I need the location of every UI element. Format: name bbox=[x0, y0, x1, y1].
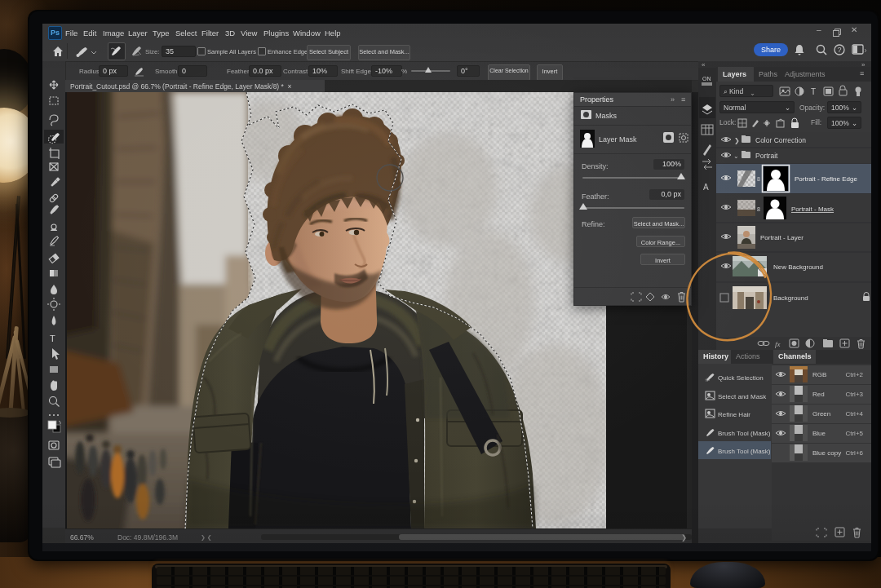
svg-text:T: T bbox=[50, 334, 55, 343]
svg-text:Portrait - Layer: Portrait - Layer bbox=[760, 234, 804, 241]
svg-text:Portrait - Refine Edge: Portrait - Refine Edge bbox=[795, 175, 857, 183]
svg-text:A: A bbox=[703, 183, 709, 192]
svg-text:Green: Green bbox=[812, 410, 830, 418]
svg-text:Portrait: Portrait bbox=[755, 152, 778, 160]
svg-text:Red: Red bbox=[812, 391, 825, 398]
svg-text:?: ? bbox=[838, 46, 842, 54]
svg-text:8: 8 bbox=[757, 176, 760, 182]
svg-text:Ctrl+3: Ctrl+3 bbox=[845, 391, 863, 398]
svg-text:ON: ON bbox=[702, 76, 711, 82]
svg-text:New Background: New Background bbox=[773, 263, 823, 271]
svg-text:Ctrl+2: Ctrl+2 bbox=[845, 371, 863, 378]
svg-text:Portrait - Mask: Portrait - Mask bbox=[791, 206, 835, 213]
svg-text:Blue: Blue bbox=[812, 430, 826, 437]
svg-text:Ctrl+6: Ctrl+6 bbox=[845, 449, 863, 457]
svg-text:T: T bbox=[811, 87, 816, 96]
svg-text:❯: ❯ bbox=[734, 137, 740, 144]
svg-text:RGB: RGB bbox=[812, 371, 826, 378]
svg-text:Color Correction: Color Correction bbox=[755, 136, 806, 144]
svg-text:⌄: ⌄ bbox=[733, 153, 739, 160]
svg-text:Ctrl+4: Ctrl+4 bbox=[845, 410, 863, 418]
svg-text:8: 8 bbox=[757, 206, 760, 212]
svg-text:Blue copy: Blue copy bbox=[812, 449, 841, 457]
svg-text:Ctrl+5: Ctrl+5 bbox=[845, 430, 863, 437]
